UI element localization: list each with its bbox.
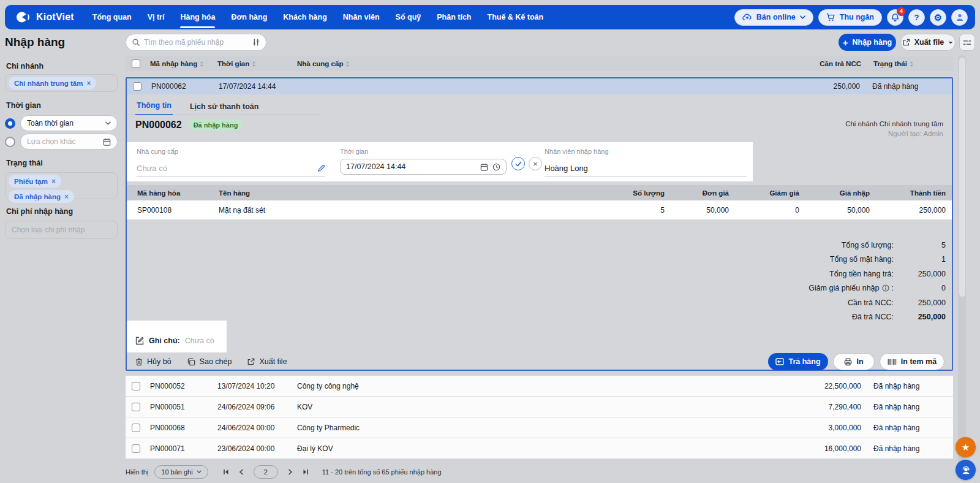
ph-import-price: Giá nhập bbox=[805, 189, 876, 197]
supplier-value[interactable]: Chưa có bbox=[137, 164, 167, 173]
current-page-input[interactable]: 2 bbox=[254, 465, 278, 479]
cancel-time-button[interactable]: × bbox=[529, 157, 542, 170]
time-custom-radio[interactable] bbox=[5, 137, 15, 147]
table-row[interactable]: PN000051 24/06/2024 09:06 KOV 7,290,400 … bbox=[126, 397, 953, 417]
nav-item-so-quy[interactable]: Sổ quỹ bbox=[396, 5, 421, 29]
status-tag-remove-icon[interactable]: × bbox=[51, 178, 56, 185]
info-icon[interactable] bbox=[882, 284, 889, 292]
row-payable: 16,000,000 bbox=[824, 444, 861, 453]
next-page-button[interactable] bbox=[288, 469, 293, 475]
nav-item-tong-quan[interactable]: Tổng quan bbox=[92, 5, 132, 29]
pagination-footer: Hiển thị 10 bản ghi 2 11 - 20 trê bbox=[126, 460, 953, 483]
time-input[interactable]: 17/07/2024 14:44 bbox=[340, 159, 507, 175]
show-label: Hiển thị bbox=[126, 468, 148, 476]
row-checkbox[interactable] bbox=[132, 444, 140, 453]
header-code[interactable]: Mã nhập hàng bbox=[150, 60, 217, 67]
branch-tag[interactable]: Chi nhánh trung tâm × bbox=[9, 77, 96, 89]
sort-icon[interactable] bbox=[200, 61, 204, 67]
product-row[interactable]: SP000108 Mặt nạ đất sét 5 50,000 0 50,00… bbox=[127, 200, 952, 219]
navbar-right: Bán online Thu ngân 4 ? ⚙ bbox=[734, 9, 968, 26]
profile-button[interactable] bbox=[951, 9, 968, 26]
time-all-radio[interactable] bbox=[5, 118, 15, 129]
search-input[interactable] bbox=[144, 38, 248, 47]
header-time[interactable]: Thời gian bbox=[217, 60, 297, 67]
total-amount-row: Tổng tiền hàng trả: 250,000 bbox=[695, 267, 952, 281]
time-custom-input[interactable]: Lựa chọn khác bbox=[20, 134, 118, 150]
row-checkbox[interactable] bbox=[133, 82, 141, 91]
calendar-icon[interactable] bbox=[480, 163, 488, 171]
settings-button[interactable]: ⚙ bbox=[930, 9, 946, 26]
notifications-button[interactable]: 4 bbox=[887, 9, 903, 26]
nav-item-hang-hoa[interactable]: Hàng hóa bbox=[180, 5, 215, 29]
help-button[interactable]: ? bbox=[908, 9, 925, 26]
sort-icon[interactable] bbox=[910, 61, 914, 67]
tab-lich-su-thanh-toan[interactable]: Lịch sử thanh toán bbox=[189, 102, 260, 115]
scrollbar-thumb[interactable] bbox=[959, 58, 965, 297]
filter-sliders-icon[interactable] bbox=[252, 38, 260, 47]
export-file-button[interactable]: Xuất file bbox=[900, 34, 956, 51]
row-checkbox[interactable] bbox=[132, 403, 140, 411]
thu-ngan-button[interactable]: Thu ngân bbox=[818, 9, 882, 26]
row-supplier: Đại lý KOV bbox=[297, 444, 761, 453]
table-row[interactable]: PN000068 24/06/2024 00:00 Công ty Pharme… bbox=[126, 417, 953, 438]
nav-item-don-hang[interactable]: Đơn hàng bbox=[231, 5, 267, 29]
first-page-button[interactable] bbox=[223, 469, 229, 475]
favorites-fab-button[interactable]: ★ bbox=[956, 437, 976, 457]
column-settings-button[interactable] bbox=[959, 34, 975, 51]
header-supplier[interactable]: Nhà cung cấp bbox=[297, 60, 761, 67]
nav-item-thue-ke-toan[interactable]: Thuế & Kế toán bbox=[488, 5, 544, 29]
branch-filter-box[interactable]: Chi nhánh trung tâm × bbox=[5, 74, 118, 92]
branch-tag-remove-icon[interactable]: × bbox=[86, 80, 91, 87]
time-custom-placeholder: Lựa chọn khác bbox=[27, 137, 99, 146]
table-row[interactable]: PN000052 13/07/2024 10:20 Công ty công n… bbox=[126, 376, 953, 397]
cost-filter-input[interactable]: Chọn loại chi phí nhập bbox=[5, 221, 118, 239]
printer-icon bbox=[844, 358, 852, 366]
top-navbar: KiotViet Tổng quan Vị trí Hàng hóa Đơn h… bbox=[5, 5, 975, 29]
calendar-icon bbox=[103, 138, 111, 146]
support-fab-button[interactable] bbox=[956, 460, 976, 480]
status-tag-phieu-tam[interactable]: Phiếu tạm × bbox=[9, 175, 61, 188]
select-all-checkbox[interactable] bbox=[132, 59, 140, 68]
row-status: Đã nhập hàng bbox=[861, 424, 953, 432]
ban-online-button[interactable]: Bán online bbox=[734, 9, 813, 26]
status-tag-remove-icon[interactable]: × bbox=[64, 193, 69, 200]
row-checkbox[interactable] bbox=[132, 424, 140, 432]
sort-icon[interactable] bbox=[252, 61, 256, 67]
nav-item-vi-tri[interactable]: Vị trí bbox=[148, 5, 165, 29]
brand[interactable]: KiotViet bbox=[16, 10, 74, 24]
add-import-button[interactable]: + Nhập hàng bbox=[839, 34, 896, 51]
export-document-button[interactable]: Xuất file bbox=[247, 357, 287, 366]
row-status: Đã nhập hàng bbox=[861, 382, 953, 390]
last-page-button[interactable] bbox=[303, 469, 309, 475]
print-barcode-button[interactable]: In tem mã bbox=[880, 353, 944, 370]
tab-thong-tin[interactable]: Thông tin bbox=[135, 101, 173, 115]
nav-item-nhan-vien[interactable]: Nhân viên bbox=[343, 5, 380, 29]
print-button[interactable]: In bbox=[833, 353, 875, 370]
edit-pencil-icon[interactable] bbox=[317, 164, 325, 172]
return-goods-button[interactable]: Trả hàng bbox=[768, 353, 828, 370]
chevron-down-icon bbox=[948, 41, 953, 44]
cancel-document-button[interactable]: Hủy bỏ bbox=[135, 357, 172, 366]
note-box[interactable]: Ghi chú: Chưa có bbox=[127, 321, 227, 352]
copy-document-button[interactable]: Sao chép bbox=[187, 357, 232, 366]
status-filter-box[interactable]: Phiếu tạm × Đã nhập hàng × bbox=[5, 172, 118, 199]
sort-icon[interactable] bbox=[345, 61, 350, 67]
avatar-icon bbox=[955, 12, 965, 22]
time-range-select[interactable]: Toàn thời gian bbox=[20, 115, 118, 131]
row-checkbox[interactable] bbox=[132, 382, 140, 390]
confirm-time-button[interactable] bbox=[511, 157, 525, 170]
nav-item-phan-tich[interactable]: Phân tích bbox=[437, 5, 471, 29]
header-payable[interactable]: Cần trả NCC bbox=[820, 60, 861, 67]
row-supplier: Công ty công nghệ bbox=[297, 382, 761, 390]
selected-table-row[interactable]: PN000062 17/07/2024 14:44 250,000 Đã nhậ… bbox=[127, 78, 952, 94]
staff-value[interactable]: Hoàng Long bbox=[545, 164, 588, 173]
table-header: Mã nhập hàng Thời gian Nhà cung cấp Cần … bbox=[126, 56, 953, 71]
note-value[interactable]: Chưa có bbox=[185, 337, 214, 345]
prev-page-button[interactable] bbox=[239, 469, 244, 475]
table-row[interactable]: PN000071 23/06/2024 00:00 Đại lý KOV 16,… bbox=[126, 438, 953, 459]
clock-icon[interactable] bbox=[492, 163, 500, 171]
nav-item-khach-hang[interactable]: Khách hàng bbox=[283, 5, 327, 29]
status-tag-da-nhap-hang[interactable]: Đã nhập hàng × bbox=[9, 190, 74, 203]
header-status[interactable]: Trạng thái bbox=[861, 60, 953, 67]
page-size-select[interactable]: 10 bản ghi bbox=[154, 465, 208, 479]
